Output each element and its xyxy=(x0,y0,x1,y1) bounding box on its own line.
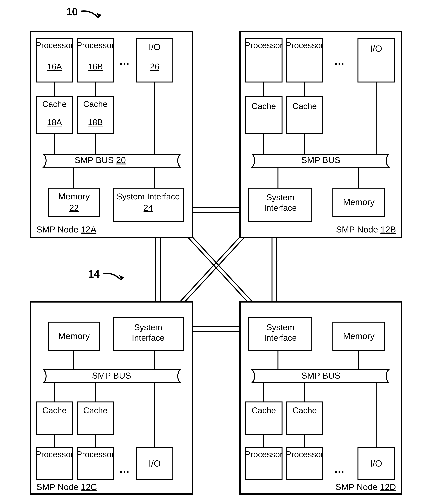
sysif-d-label2: Interface xyxy=(264,333,297,342)
memory-c-label: Memory xyxy=(58,331,90,341)
smp-node-b: Processor Processor ... I/O Cache Cache … xyxy=(240,31,402,237)
cache-a1-label: Cache xyxy=(42,99,66,109)
smp-bus-b-label: SMP BUS xyxy=(301,155,340,165)
sysif-b-label1: System xyxy=(266,193,294,202)
processor-d1-label: Processor xyxy=(245,450,283,459)
processor-a1-label: Processor xyxy=(36,41,73,50)
diagram-root: 10 14 Processor 16A Processor 16B ... I/… xyxy=(0,0,432,504)
processor-a2-ref: 16B xyxy=(88,62,103,71)
smp-node-c: Memory System Interface SMP BUS Cache Ca… xyxy=(31,302,192,494)
memory-a-ref: 22 xyxy=(69,203,79,212)
io-c-label: I/O xyxy=(149,458,161,468)
smp-bus-c-label: SMP BUS xyxy=(92,371,131,380)
memory-b-label: Memory xyxy=(343,197,375,207)
cache-d1-label: Cache xyxy=(252,406,276,415)
node-a-label: SMP Node 12A xyxy=(36,225,96,234)
cache-a1-ref: 18A xyxy=(47,117,62,127)
smp-bus-d-label: SMP BUS xyxy=(301,371,340,380)
cache-a2-ref: 18B xyxy=(88,117,103,127)
ellipsis-c: ... xyxy=(120,462,129,476)
node-c-label: SMP Node 12C xyxy=(36,482,97,492)
cache-b2-label: Cache xyxy=(292,101,317,111)
memory-a-label: Memory xyxy=(58,191,90,201)
sysif-c-label1: System xyxy=(134,323,162,332)
processor-a2-label: Processor xyxy=(76,41,114,50)
sysif-d-label1: System xyxy=(266,323,294,332)
io-a-label: I/O xyxy=(149,42,161,52)
cache-a2-label: Cache xyxy=(83,99,107,109)
smp-bus-a-label: SMP BUS 20 xyxy=(75,155,126,165)
processor-d2-label: Processor xyxy=(286,450,324,459)
io-d-label: I/O xyxy=(370,458,382,468)
sysif-b-label2: Interface xyxy=(264,203,297,212)
ellipsis-b-top: ... xyxy=(335,54,344,67)
cache-c2-label: Cache xyxy=(83,406,107,415)
cache-b1-label: Cache xyxy=(252,101,276,111)
sysif-a-label: System Interface xyxy=(117,192,180,201)
sysif-c-label2: Interface xyxy=(132,333,165,342)
io-a-ref: 26 xyxy=(150,62,159,71)
sysif-a-ref: 24 xyxy=(143,203,153,212)
cache-d2-label: Cache xyxy=(292,406,317,415)
processor-c1-label: Processor xyxy=(36,450,73,459)
node-b-label: SMP Node 12B xyxy=(336,225,396,234)
ellipsis-d: ... xyxy=(335,462,344,476)
processor-c2-label: Processor xyxy=(76,450,114,459)
io-b-label: I/O xyxy=(370,44,382,54)
processor-b2-label: Processor xyxy=(286,41,324,50)
smp-node-a: Processor 16A Processor 16B ... I/O 26 C… xyxy=(31,31,192,237)
memory-d-label: Memory xyxy=(343,331,375,341)
figure-ref: 10 xyxy=(66,6,78,18)
smp-node-d: System Interface Memory SMP BUS Cache Ca… xyxy=(240,302,402,494)
cache-c1-label: Cache xyxy=(42,406,66,415)
node-d-label: SMP Node 12D xyxy=(336,482,396,492)
figure-ref-arrow xyxy=(81,11,99,18)
interconnect-ref: 14 xyxy=(88,268,100,280)
processor-b1-label: Processor xyxy=(245,41,283,50)
interconnect-ref-arrow xyxy=(103,273,121,280)
ellipsis-a-top: ... xyxy=(120,54,129,67)
processor-a1-ref: 16A xyxy=(47,62,62,71)
